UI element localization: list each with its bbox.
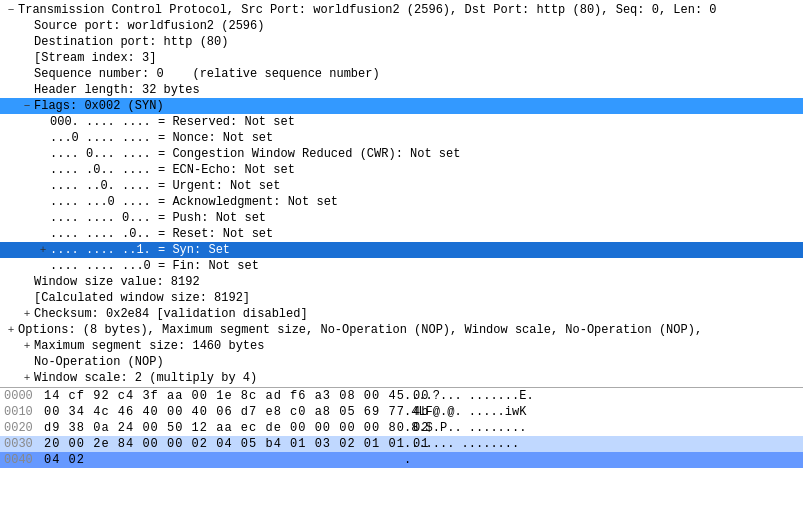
hex-ascii: .4LF@.@. .....iwK bbox=[404, 404, 526, 420]
tree-row[interactable]: Header length: 32 bytes bbox=[0, 82, 803, 98]
hex-ascii: ....... ........ bbox=[404, 436, 519, 452]
row-label: [Stream index: 3] bbox=[34, 50, 156, 66]
hex-offset: 0000 bbox=[4, 388, 44, 404]
expander-icon[interactable] bbox=[4, 322, 18, 338]
tree-row[interactable]: 000. .... .... = Reserved: Not set bbox=[0, 114, 803, 130]
hex-row: 004004 02 . bbox=[0, 452, 803, 468]
expander-icon[interactable] bbox=[4, 2, 18, 18]
tree-row[interactable]: Maximum segment size: 1460 bytes bbox=[0, 338, 803, 354]
hex-ascii: . bbox=[404, 452, 411, 468]
tree-row[interactable]: .... .0.. .... = ECN-Echo: Not set bbox=[0, 162, 803, 178]
tree-row[interactable]: .... .... ...0 = Fin: Not set bbox=[0, 258, 803, 274]
row-label: No-Operation (NOP) bbox=[34, 354, 164, 370]
hex-row: 001000 34 4c 46 40 00 40 06 d7 e8 c0 a8 … bbox=[0, 404, 803, 420]
tree-row[interactable]: Options: (8 bytes), Maximum segment size… bbox=[0, 322, 803, 338]
tree-row[interactable]: No-Operation (NOP) bbox=[0, 354, 803, 370]
tree-row[interactable]: Window size value: 8192 bbox=[0, 274, 803, 290]
row-label: Destination port: http (80) bbox=[34, 34, 228, 50]
row-label: Header length: 32 bytes bbox=[34, 82, 200, 98]
hex-bytes: 14 cf 92 c4 3f aa 00 1e 8c ad f6 a3 08 0… bbox=[44, 388, 404, 404]
row-label: .... 0... .... = Congestion Window Reduc… bbox=[50, 146, 460, 162]
expander-icon[interactable] bbox=[20, 338, 34, 354]
row-label: 000. .... .... = Reserved: Not set bbox=[50, 114, 295, 130]
row-label: .... ...0 .... = Acknowledgment: Not set bbox=[50, 194, 338, 210]
tree-row[interactable]: Source port: worldfusion2 (2596) bbox=[0, 18, 803, 34]
row-label: Window scale: 2 (multiply by 4) bbox=[34, 370, 257, 386]
row-label: Sequence number: 0 (relative sequence nu… bbox=[34, 66, 380, 82]
expander-icon[interactable] bbox=[20, 98, 34, 114]
tree-row[interactable]: [Stream index: 3] bbox=[0, 50, 803, 66]
tree-row[interactable]: .... .... 0... = Push: Not set bbox=[0, 210, 803, 226]
hex-ascii: .8.$.P.. ........ bbox=[404, 420, 526, 436]
tree-row[interactable]: Window scale: 2 (multiply by 4) bbox=[0, 370, 803, 386]
tree-row[interactable]: ...0 .... .... = Nonce: Not set bbox=[0, 130, 803, 146]
row-label: Options: (8 bytes), Maximum segment size… bbox=[18, 322, 702, 338]
tree-row[interactable]: .... .... .0.. = Reset: Not set bbox=[0, 226, 803, 242]
expander-icon[interactable] bbox=[20, 370, 34, 386]
row-label: Maximum segment size: 1460 bytes bbox=[34, 338, 264, 354]
hex-bytes: d9 38 0a 24 00 50 12 aa ec de 00 00 00 0… bbox=[44, 420, 404, 436]
row-label: Checksum: 0x2e84 [validation disabled] bbox=[34, 306, 308, 322]
row-label: [Calculated window size: 8192] bbox=[34, 290, 250, 306]
hex-panel: 000014 cf 92 c4 3f aa 00 1e 8c ad f6 a3 … bbox=[0, 387, 803, 517]
row-label: Flags: 0x002 (SYN) bbox=[34, 98, 164, 114]
hex-bytes: 04 02 bbox=[44, 452, 404, 468]
row-label: .... .... 0... = Push: Not set bbox=[50, 210, 266, 226]
tree-row[interactable]: .... ...0 .... = Acknowledgment: Not set bbox=[0, 194, 803, 210]
hex-offset: 0020 bbox=[4, 420, 44, 436]
hex-offset: 0040 bbox=[4, 452, 44, 468]
row-label: Window size value: 8192 bbox=[34, 274, 200, 290]
hex-bytes: 20 00 2e 84 00 00 02 04 05 b4 01 03 02 0… bbox=[44, 436, 404, 452]
packet-tree[interactable]: Transmission Control Protocol, Src Port:… bbox=[0, 0, 803, 387]
tree-row[interactable]: Sequence number: 0 (relative sequence nu… bbox=[0, 66, 803, 82]
hex-offset: 0030 bbox=[4, 436, 44, 452]
tree-row[interactable]: .... .... ..1. = Syn: Set bbox=[0, 242, 803, 258]
row-label: .... ..0. .... = Urgent: Not set bbox=[50, 178, 280, 194]
row-label: Transmission Control Protocol, Src Port:… bbox=[18, 2, 717, 18]
hex-ascii: ....?... .......E. bbox=[404, 388, 534, 404]
expander-icon[interactable] bbox=[20, 306, 34, 322]
hex-row: 0020d9 38 0a 24 00 50 12 aa ec de 00 00 … bbox=[0, 420, 803, 436]
row-label: .... .... .0.. = Reset: Not set bbox=[50, 226, 273, 242]
row-label: .... .0.. .... = ECN-Echo: Not set bbox=[50, 162, 295, 178]
hex-offset: 0010 bbox=[4, 404, 44, 420]
hex-row: 003020 00 2e 84 00 00 02 04 05 b4 01 03 … bbox=[0, 436, 803, 452]
tree-row[interactable]: Destination port: http (80) bbox=[0, 34, 803, 50]
row-label: Source port: worldfusion2 (2596) bbox=[34, 18, 264, 34]
tree-row[interactable]: Flags: 0x002 (SYN) bbox=[0, 98, 803, 114]
row-label: ...0 .... .... = Nonce: Not set bbox=[50, 130, 273, 146]
hex-row: 000014 cf 92 c4 3f aa 00 1e 8c ad f6 a3 … bbox=[0, 388, 803, 404]
tree-row[interactable]: [Calculated window size: 8192] bbox=[0, 290, 803, 306]
tree-row[interactable]: Checksum: 0x2e84 [validation disabled] bbox=[0, 306, 803, 322]
tree-row[interactable]: .... ..0. .... = Urgent: Not set bbox=[0, 178, 803, 194]
row-label: .... .... ..1. = Syn: Set bbox=[50, 242, 230, 258]
expander-icon[interactable] bbox=[36, 242, 50, 258]
hex-bytes: 00 34 4c 46 40 00 40 06 d7 e8 c0 a8 05 6… bbox=[44, 404, 404, 420]
tree-row[interactable]: Transmission Control Protocol, Src Port:… bbox=[0, 2, 803, 18]
tree-row[interactable]: .... 0... .... = Congestion Window Reduc… bbox=[0, 146, 803, 162]
row-label: .... .... ...0 = Fin: Not set bbox=[50, 258, 259, 274]
